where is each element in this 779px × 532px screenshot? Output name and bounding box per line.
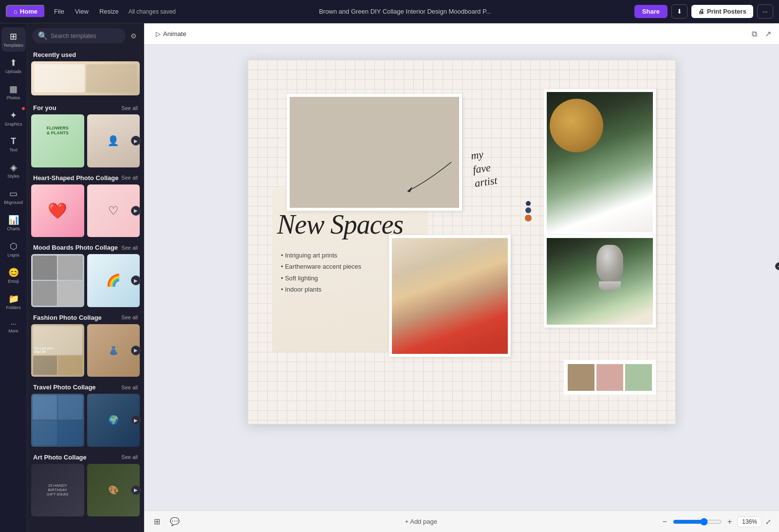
beads-decoration: [525, 201, 532, 221]
moodboard-title: New Spaces: [277, 211, 403, 238]
sidebar-item-uploads[interactable]: ⬆ Uploads: [1, 54, 26, 78]
zoom-level-display: 136%: [738, 516, 761, 527]
travel-see-all[interactable]: See all: [121, 385, 138, 390]
view-menu[interactable]: View: [70, 6, 93, 17]
for-you-next-arrow[interactable]: ▶: [131, 136, 141, 146]
fullscreen-button[interactable]: ⤢: [765, 518, 771, 526]
doc-title: Brown and Green DIY Collage Interior Des…: [180, 8, 631, 15]
emoji-icon: 😊: [8, 267, 19, 278]
topbar-right: Share ⬇ 🖨 Print Posters ···: [634, 4, 773, 18]
travel-collage-title: Travel Photo Collage: [33, 384, 96, 391]
home-button[interactable]: ⌂ Home: [6, 5, 45, 18]
fashion-collage-header: Fashion Photo Collage See all: [31, 309, 140, 324]
add-page-button[interactable]: + Add page: [400, 516, 442, 527]
mood-see-all[interactable]: See all: [121, 245, 138, 251]
heart-collage-grid: ❤️ ♡ ▶: [31, 184, 140, 238]
travel-next-arrow[interactable]: ▶: [131, 415, 141, 425]
heart-collage-section: Heart-Shaped Photo Collage See all ❤️ ♡ …: [31, 169, 140, 238]
sidebar-item-more[interactable]: ··· More: [1, 316, 26, 337]
print-button[interactable]: 🖨 Print Posters: [691, 5, 753, 18]
for-you-see-all[interactable]: See all: [121, 105, 138, 111]
art-next-arrow[interactable]: ▶: [131, 485, 141, 495]
sidebar-item-charts[interactable]: 📊 Charts: [1, 211, 26, 235]
comment-button[interactable]: 💬: [168, 515, 182, 528]
sidebar-item-background[interactable]: ▭ Bkground: [1, 184, 26, 209]
charts-icon: 📊: [8, 215, 19, 225]
bottom-right-controls: − + 136% ⤢: [661, 516, 771, 527]
mood-boards-grid: 🌈 ▶: [31, 254, 140, 307]
search-input[interactable]: [51, 33, 120, 39]
heart-next-arrow[interactable]: ▶: [131, 206, 141, 216]
fashion-see-all[interactable]: See all: [121, 314, 138, 320]
moodboard[interactable]: New Spaces Intriguing art prints Earthen…: [247, 59, 676, 424]
sidebar-item-text[interactable]: T Text: [1, 132, 26, 156]
sidebar-item-graphics[interactable]: ✦ Graphics: [1, 106, 26, 130]
art-see-all[interactable]: See all: [121, 454, 138, 460]
sidebar-item-photos[interactable]: ▦ Photos: [1, 80, 26, 104]
moodboard-title-area[interactable]: New Spaces: [277, 211, 403, 238]
art-collage-section: Art Photo Collage See all 25 HANDYBIRTHD…: [31, 449, 140, 517]
external-link-button[interactable]: ↗: [763, 27, 773, 40]
grid-view-button[interactable]: ⊞: [152, 515, 162, 528]
fashion-next-arrow[interactable]: ▶: [131, 346, 141, 355]
graphics-notification: [22, 107, 25, 110]
styles-icon: ◈: [10, 162, 17, 173]
recently-used-card[interactable]: [31, 61, 140, 95]
canvas-scroll[interactable]: New Spaces Intriguing art prints Earthen…: [144, 45, 779, 511]
template-card[interactable]: ❤️: [31, 184, 84, 238]
bullet-item-2: Earthenware accent pieces: [281, 261, 378, 272]
share-button[interactable]: Share: [634, 5, 668, 18]
art-collage-grid: 25 HANDYBIRTHDAYGIFT IDEAS 🎨 ▶: [31, 464, 140, 517]
main-layout: ⊞ Templates ⬆ Uploads ▦ Photos ✦ Graphic…: [0, 23, 779, 532]
recently-used-header: Recently used: [31, 46, 140, 61]
bottom-left-icons: ⊞ 💬: [152, 515, 182, 528]
fashion-collage-grid: So Live yourbest life 👗 ▶: [31, 324, 140, 377]
mood-boards-title: Mood Boards Photo Collage: [33, 244, 118, 251]
text-icon: T: [11, 136, 16, 147]
template-card[interactable]: [31, 394, 84, 447]
swatch-blush: [596, 364, 623, 391]
download-button[interactable]: ⬇: [671, 4, 687, 18]
heart-collage-title: Heart-Shaped Photo Collage: [33, 174, 119, 182]
canvas-toolbar: ▷ Animate: [144, 23, 779, 45]
more-options-button[interactable]: ···: [757, 4, 773, 18]
mood-boards-header: Mood Boards Photo Collage See all: [31, 239, 140, 254]
sidebar-item-templates[interactable]: ⊞ Templates: [1, 27, 26, 52]
search-box[interactable]: 🔍: [32, 28, 126, 43]
travel-collage-section: Travel Photo Collage See all 🌍: [31, 379, 140, 447]
resize-menu[interactable]: Resize: [94, 6, 124, 17]
more-icon: ···: [11, 320, 17, 328]
template-card[interactable]: [31, 254, 84, 307]
sidebar-item-emoji[interactable]: 😊 Emoji: [1, 263, 26, 288]
template-card[interactable]: So Live yourbest life: [31, 324, 84, 377]
filter-button[interactable]: ⚙: [129, 30, 139, 42]
zoom-minus-button[interactable]: −: [661, 517, 669, 526]
zoom-plus-button[interactable]: +: [725, 517, 734, 526]
sidebar-item-styles[interactable]: ◈ Styles: [1, 158, 26, 183]
art-collage-title: Art Photo Collage: [33, 454, 87, 461]
recently-used-section: Recently used: [31, 46, 140, 95]
uploads-icon: ⬆: [10, 57, 17, 68]
bullet-list: Intriguing art prints Earthenware accent…: [281, 250, 378, 295]
animate-button[interactable]: ▷ Animate: [152, 28, 190, 40]
templates-icon: ⊞: [10, 31, 17, 42]
heart-see-all[interactable]: See all: [121, 175, 138, 181]
fashion-collage-title: Fashion Photo Collage: [33, 314, 102, 321]
template-card[interactable]: 25 HANDYBIRTHDAYGIFT IDEAS: [31, 464, 84, 517]
canvas-corner-icons: ⧉ ↗: [750, 27, 773, 40]
icon-rail: ⊞ Templates ⬆ Uploads ▦ Photos ✦ Graphic…: [0, 23, 27, 532]
zoom-slider[interactable]: [673, 518, 722, 526]
for-you-section: For you See all FLOWERS& PLANTS 👤 ▶: [31, 99, 140, 167]
template-card[interactable]: FLOWERS& PLANTS: [31, 114, 84, 167]
sidebar-item-folders[interactable]: 📁 Folders: [1, 290, 26, 314]
sidebar-item-logos[interactable]: ⬡ Logos: [1, 237, 26, 261]
mood-next-arrow[interactable]: ▶: [131, 275, 141, 285]
animate-icon: ▷: [156, 30, 161, 37]
file-menu[interactable]: File: [49, 6, 69, 17]
search-icon: 🔍: [38, 31, 48, 40]
boho-photo[interactable]: [389, 235, 511, 357]
copy-icon-button[interactable]: ⧉: [750, 27, 759, 40]
mood-boards-section: Mood Boards Photo Collage See all 🌈: [31, 239, 140, 307]
fashion-collage-section: Fashion Photo Collage See all So Live yo…: [31, 309, 140, 377]
for-you-grid: FLOWERS& PLANTS 👤 ▶: [31, 114, 140, 167]
